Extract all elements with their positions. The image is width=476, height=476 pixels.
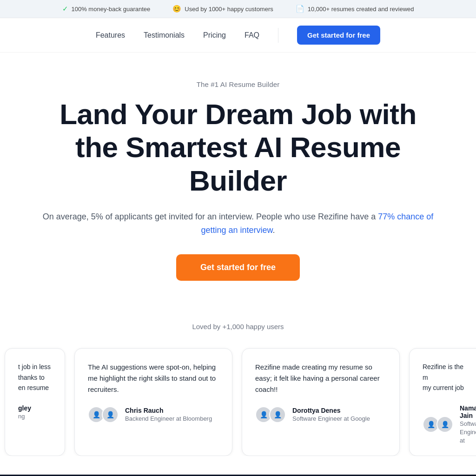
testimonial-text-dorottya: Rezifine made creating my resume so easy… <box>255 362 386 395</box>
author-name-naman: Naman Jain <box>460 404 476 419</box>
avatar-group-dorottya: 👤 👤 <box>255 406 286 423</box>
testimonial-card-partial-left: t job in lessthanks toen resume gley ng <box>5 348 65 456</box>
testimonial-text-partial-left: t job in lessthanks toen resume <box>18 362 52 393</box>
testimonial-card-naman: Rezifine is the mmy current job 👤 👤 Nama… <box>409 348 476 456</box>
social-proof-text: Loved by +1,000 happy users <box>192 323 284 331</box>
nav-testimonials[interactable]: Testimonials <box>144 31 185 40</box>
nav-divider <box>278 28 278 43</box>
testimonial-text-naman: Rezifine is the mmy current job <box>423 362 470 393</box>
testimonial-author-chris: Chris Rauch Backend Engineer at Bloomber… <box>125 407 212 423</box>
testimonial-author-dorottya: Dorottya Denes Software Engineer at Goog… <box>292 407 370 423</box>
testimonials-section: t job in lessthanks toen resume gley ng … <box>0 344 476 456</box>
hero-subtitle: On average, 5% of applicants get invited… <box>38 210 438 237</box>
testimonials-track: t job in lessthanks toen resume gley ng … <box>0 348 476 456</box>
author-name-partial-left: gley <box>18 404 31 412</box>
hero-section: The #1 AI Resume Builder Land Your Dream… <box>29 53 447 323</box>
author-name-dorottya: Dorottya Denes <box>292 407 370 414</box>
author-role-partial-left: ng <box>18 413 25 420</box>
shield-icon: ✓ <box>62 5 68 13</box>
hero-cta-button[interactable]: Get started for free <box>176 254 300 281</box>
avatar-group-naman: 👤 👤 <box>423 416 453 433</box>
nav-features[interactable]: Features <box>96 31 125 40</box>
hero-tag: The #1 AI Resume Builder <box>38 80 438 88</box>
banner-item-guarantee: ✓ 100% money-back guarantee <box>62 5 151 13</box>
testimonial-text-chris: The AI suggestions were spot-on, helping… <box>88 362 219 395</box>
nav-cta-button[interactable]: Get started for free <box>297 26 380 45</box>
banner-text-guarantee: 100% money-back guarantee <box>72 6 151 13</box>
testimonial-footer-partial-left: gley ng <box>18 404 52 420</box>
nav-pricing[interactable]: Pricing <box>203 31 226 40</box>
testimonial-author-partial-left: gley ng <box>18 404 31 420</box>
testimonial-card-chris: The AI suggestions were spot-on, helping… <box>74 348 232 456</box>
avatar-dorottya-2: 👤 <box>269 406 286 423</box>
testimonial-footer-dorottya: 👤 👤 Dorottya Denes Software Engineer at … <box>255 406 386 423</box>
banner-item-customers: 😊 Used by 1000+ happy customers <box>172 5 273 13</box>
testimonial-footer-naman: 👤 👤 Naman Jain Software Engineer at <box>423 404 470 444</box>
banner-text-resumes: 10,000+ resumes created and reviewed <box>308 6 414 13</box>
testimonial-footer-chris: 👤 👤 Chris Rauch Backend Engineer at Bloo… <box>88 406 219 423</box>
author-role-naman: Software Engineer at <box>460 420 476 444</box>
banner-text-customers: Used by 1000+ happy customers <box>185 6 273 13</box>
author-role-dorottya: Software Engineer at Google <box>292 415 370 422</box>
avatar-chris-2: 👤 <box>102 406 119 423</box>
navbar: Features Testimonials Pricing FAQ Get st… <box>0 18 476 53</box>
hero-subtitle-after: . <box>273 225 275 235</box>
avatar-group-chris: 👤 👤 <box>88 406 119 423</box>
testimonial-author-naman: Naman Jain Software Engineer at <box>460 404 476 444</box>
testimonial-card-dorottya: Rezifine made creating my resume so easy… <box>242 348 400 456</box>
avatar-naman-2: 👤 <box>436 416 453 433</box>
author-name-chris: Chris Rauch <box>125 407 212 414</box>
top-banner: ✓ 100% money-back guarantee 😊 Used by 10… <box>0 0 476 18</box>
doc-icon: 📄 <box>296 5 304 13</box>
nav-links: Features Testimonials Pricing FAQ <box>96 31 259 40</box>
hero-subtitle-before: On average, 5% of applicants get invited… <box>43 212 378 221</box>
social-proof: Loved by +1,000 happy users <box>0 323 476 331</box>
smile-icon: 😊 <box>172 5 181 13</box>
dark-section: The smartest AI resume builder <box>0 475 476 476</box>
nav-faq[interactable]: FAQ <box>245 31 259 40</box>
banner-item-resumes: 📄 10,000+ resumes created and reviewed <box>296 5 414 13</box>
hero-title: Land Your Dream Job with the Smartest AI… <box>38 98 438 197</box>
author-role-chris: Backend Engineer at Bloomberg <box>125 415 212 422</box>
